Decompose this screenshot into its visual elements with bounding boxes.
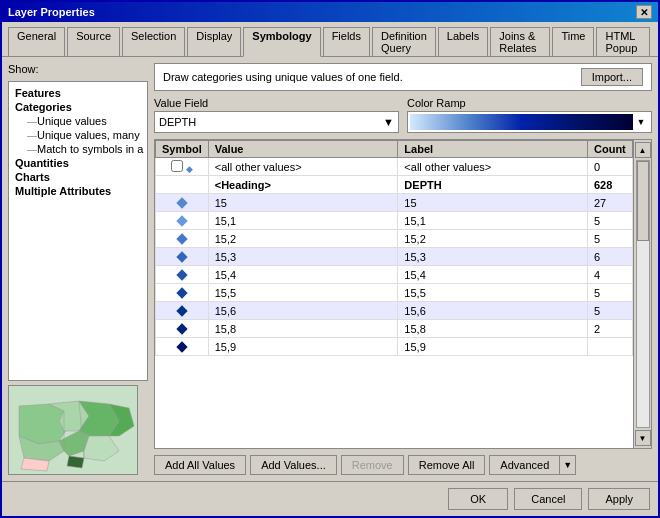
- ramp-dropdown-arrow-icon: ▼: [633, 117, 649, 127]
- symbol-cell: [156, 176, 209, 194]
- label-cell: 15,4: [398, 266, 588, 284]
- sidebar-item-charts[interactable]: Charts: [13, 170, 143, 184]
- table-row[interactable]: ◆ <all other values> <all other values> …: [156, 158, 633, 176]
- scroll-down-button[interactable]: ▼: [635, 430, 651, 446]
- value-field-select[interactable]: DEPTH ▼: [154, 111, 399, 133]
- footer: OK Cancel Apply: [2, 481, 658, 516]
- symbol-cell: [156, 266, 209, 284]
- count-cell: 5: [588, 230, 633, 248]
- sidebar-item-features[interactable]: Features: [13, 86, 143, 100]
- layer-properties-window: Layer Properties ✕ General Source Select…: [0, 0, 660, 518]
- table-row[interactable]: 15,8 15,8 2: [156, 320, 633, 338]
- description-box: Draw categories using unique values of o…: [154, 63, 652, 91]
- value-cell: 15,2: [208, 230, 398, 248]
- value-field-label: Value Field: [154, 97, 399, 109]
- ok-button[interactable]: OK: [448, 488, 508, 510]
- tab-selection[interactable]: Selection: [122, 27, 185, 57]
- import-button[interactable]: Import...: [581, 68, 643, 86]
- sidebar-item-multiple-attributes[interactable]: Multiple Attributes: [13, 184, 143, 198]
- tab-joins-relates[interactable]: Joins & Relates: [490, 27, 550, 57]
- count-cell: 2: [588, 320, 633, 338]
- table-row[interactable]: 15,9 15,9: [156, 338, 633, 356]
- advanced-button[interactable]: Advanced: [490, 456, 559, 474]
- value-field-group: Value Field DEPTH ▼: [154, 97, 399, 133]
- sidebar-item-unique-values[interactable]: Unique values: [25, 114, 143, 128]
- table-row[interactable]: 15,4 15,4 4: [156, 266, 633, 284]
- diamond-icon: [176, 305, 187, 316]
- remove-button[interactable]: Remove: [341, 455, 404, 475]
- symbol-cell: [156, 338, 209, 356]
- tab-display[interactable]: Display: [187, 27, 241, 57]
- value-field-value: DEPTH: [159, 116, 196, 128]
- table-row[interactable]: 15,1 15,1 5: [156, 212, 633, 230]
- color-ramp-select[interactable]: ▼: [407, 111, 652, 133]
- label-cell: 15,6: [398, 302, 588, 320]
- label-cell: <all other values>: [398, 158, 588, 176]
- value-cell: <all other values>: [208, 158, 398, 176]
- label-cell: 15,5: [398, 284, 588, 302]
- symbol-cell: [156, 320, 209, 338]
- label-cell: DEPTH: [398, 176, 588, 194]
- values-table: Symbol Value Label Count ◆: [155, 140, 633, 356]
- sidebar-item-unique-values-many[interactable]: Unique values, many: [25, 128, 143, 142]
- col-symbol: Symbol: [156, 141, 209, 158]
- apply-button[interactable]: Apply: [588, 488, 650, 510]
- color-ramp-label: Color Ramp: [407, 97, 652, 109]
- value-cell: 15,3: [208, 248, 398, 266]
- color-ramp-group: Color Ramp ▼: [407, 97, 652, 133]
- tab-fields[interactable]: Fields: [323, 27, 370, 57]
- diamond-icon: [176, 251, 187, 262]
- field-ramp-row: Value Field DEPTH ▼ Color Ramp ▼: [154, 97, 652, 133]
- diamond-icon: [176, 215, 187, 226]
- col-value: Value: [208, 141, 398, 158]
- symbol-cell: ◆: [156, 158, 209, 176]
- tab-source[interactable]: Source: [67, 27, 120, 57]
- tab-bar: General Source Selection Display Symbolo…: [2, 22, 658, 57]
- remove-all-button[interactable]: Remove All: [408, 455, 486, 475]
- tab-symbology[interactable]: Symbology: [243, 27, 320, 57]
- tab-time[interactable]: Time: [552, 27, 594, 57]
- table-row[interactable]: 15,2 15,2 5: [156, 230, 633, 248]
- map-preview: [8, 385, 138, 475]
- table-row[interactable]: <Heading> DEPTH 628: [156, 176, 633, 194]
- scrollbar-panel: ▲ ▼: [633, 140, 651, 448]
- add-all-values-button[interactable]: Add All Values: [154, 455, 246, 475]
- tab-html-popup[interactable]: HTML Popup: [596, 27, 650, 57]
- table-row[interactable]: 15,3 15,3 6: [156, 248, 633, 266]
- value-cell: 15,8: [208, 320, 398, 338]
- show-label: Show:: [8, 63, 148, 75]
- other-values-checkbox[interactable]: [171, 160, 183, 172]
- tab-definition-query[interactable]: Definition Query: [372, 27, 436, 57]
- close-button[interactable]: ✕: [636, 5, 652, 19]
- value-cell: 15,1: [208, 212, 398, 230]
- scroll-track[interactable]: [636, 160, 650, 428]
- value-cell: 15,9: [208, 338, 398, 356]
- tab-general[interactable]: General: [8, 27, 65, 57]
- table-row[interactable]: 15,5 15,5 5: [156, 284, 633, 302]
- count-cell: 6: [588, 248, 633, 266]
- sidebar-item-quantities[interactable]: Quantities: [13, 156, 143, 170]
- diamond-icon: [176, 269, 187, 280]
- advanced-dropdown-arrow-icon[interactable]: ▼: [559, 456, 575, 474]
- diamond-icon: [176, 197, 187, 208]
- sidebar-item-match-to-symbols[interactable]: Match to symbols in a: [25, 142, 143, 156]
- label-cell: 15,1: [398, 212, 588, 230]
- tab-labels[interactable]: Labels: [438, 27, 488, 57]
- add-values-button[interactable]: Add Values...: [250, 455, 337, 475]
- content-area: Show: Features Categories Unique values …: [2, 57, 658, 481]
- window-title: Layer Properties: [8, 6, 95, 18]
- cancel-button[interactable]: Cancel: [514, 488, 582, 510]
- advanced-split-button: Advanced ▼: [489, 455, 576, 475]
- diamond-icon: [176, 341, 187, 352]
- scroll-up-button[interactable]: ▲: [635, 142, 651, 158]
- symbol-cell: [156, 212, 209, 230]
- label-cell: 15,8: [398, 320, 588, 338]
- label-cell: 15,3: [398, 248, 588, 266]
- table-row[interactable]: 15 15 27: [156, 194, 633, 212]
- table-wrapper[interactable]: Symbol Value Label Count ◆: [155, 140, 633, 448]
- count-cell: 5: [588, 284, 633, 302]
- count-cell: 0: [588, 158, 633, 176]
- table-row[interactable]: 15,6 15,6 5: [156, 302, 633, 320]
- symbol-cell: [156, 302, 209, 320]
- sidebar-item-categories[interactable]: Categories: [13, 100, 143, 114]
